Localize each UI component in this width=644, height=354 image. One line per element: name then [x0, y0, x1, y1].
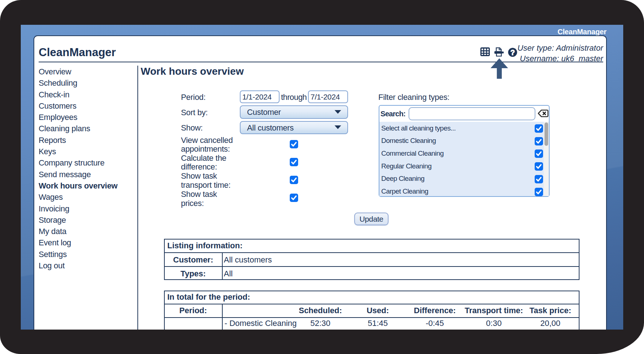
svg-text:?: ? [510, 48, 515, 57]
